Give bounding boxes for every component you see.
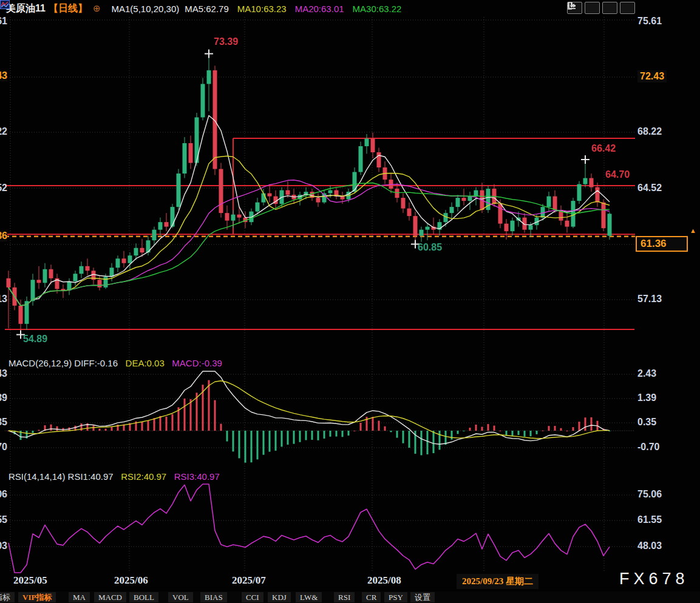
chart-toolbar [567, 2, 635, 14]
rsi2-label: RSI2:40.97 [121, 471, 166, 482]
tab-indicator-partial[interactable]: 指标 [0, 592, 15, 602]
price-annotation: 66.42 [591, 143, 616, 154]
chart-canvas[interactable] [0, 0, 700, 603]
current-price-badge: 61.36 [636, 236, 688, 252]
price-axis-label: 68.22 [637, 126, 662, 137]
bottom-tab-bar: 指标VIP指标MAMACDBOLLVOLBIASCCIKDJLW&RSICRPS… [0, 591, 700, 603]
tab-vol[interactable]: VOL [168, 592, 193, 602]
price-annotation: 73.39 [214, 36, 238, 47]
macd-axis-label: 2.43 [637, 368, 656, 379]
x-axis-label: 2025/08 [367, 574, 401, 587]
x-axis-label: 2025/05 [13, 574, 47, 587]
price-axis-label: 57.13 [637, 294, 662, 305]
price-axis-label-clipped: 75.61 [0, 16, 7, 27]
ma-values: MA5:62.79MA10:63.23MA20:63.01MA30:63.22 [185, 4, 401, 14]
macd-dea-label: DEA:0.03 [126, 358, 165, 368]
macd-axis-label-clipped: 0.35 [0, 417, 7, 428]
rsi-axis-label-clipped: 75.06 [0, 489, 7, 500]
rsi-axis-label: 48.03 [637, 541, 662, 551]
rsi-label-row: RSI(14,14,14) RSI1:40.97 RSI2:40.97 RSI3… [8, 471, 220, 482]
tab-macd[interactable]: MACD [94, 592, 126, 602]
rsi-axis-label-clipped: 61.55 [0, 514, 7, 525]
tab-cci[interactable]: CCI [242, 592, 263, 602]
tab-cr[interactable]: CR [362, 592, 381, 602]
tab-kdj[interactable]: KDJ [268, 592, 291, 602]
zoom-in-icon[interactable] [602, 2, 617, 14]
price-annotation: 64.70 [605, 169, 630, 180]
tab-psy[interactable]: PSY [384, 592, 407, 602]
rsi3-label: RSI3:40.97 [174, 471, 220, 482]
price-axis-label-clipped: 57.13 [0, 294, 7, 305]
price-axis-label: 72.43 [637, 70, 667, 83]
tab-ma[interactable]: MA [69, 592, 90, 602]
tab-lwa[interactable]: LW& [296, 592, 322, 602]
rsi1-label: RSI(14,14,14) RSI1:40.97 [8, 471, 114, 482]
tab-settings[interactable]: 设置 [410, 592, 435, 602]
macd-axis-label: 0.35 [637, 417, 656, 428]
ma-settings-label: MA1(5,10,20,30) [112, 4, 180, 14]
watermark: FX678 [619, 570, 689, 588]
price-axis-label: 64.52 [637, 183, 662, 194]
macd-diff-label: MACD(26,12,9) DIFF:-0.16 [8, 358, 118, 368]
price-axis-label-clipped: 61.36 [0, 231, 7, 241]
macd-label-row: MACD(26,12,9) DIFF:-0.16 DEA:0.03 MACD:-… [8, 358, 222, 368]
zoom-out-icon[interactable] [585, 2, 600, 14]
tab-vip-indicator[interactable]: VIP指标 [18, 592, 56, 602]
chart-app: 美原油11 【日线】 ⊕ MA1(5,10,20,30) MA5:62.79MA… [0, 0, 700, 603]
price-axis-label-clipped: 64.52 [0, 183, 7, 194]
price-up-arrow-icon: ▲ [690, 227, 696, 234]
macd-axis-label-clipped: 2.43 [0, 368, 7, 379]
tab-rsi[interactable]: RSI [334, 592, 355, 602]
tab-bias[interactable]: BIAS [200, 592, 227, 602]
x-axis-label: 2025/07 [232, 574, 266, 587]
price-annotation: 54.89 [23, 334, 47, 345]
ma-value-label: MA10:63.23 [237, 4, 287, 14]
expand-icon[interactable]: ⊕ [93, 3, 101, 14]
ma-value-label: MA5:62.79 [185, 4, 229, 14]
period-label: 【日线】 [49, 2, 87, 15]
macd-value-label: MACD:-0.39 [172, 358, 222, 368]
price-axis-label-clipped: 72.43 [0, 70, 7, 81]
rsi-axis-label-clipped: 48.03 [0, 541, 7, 551]
x-axis-label: 2025/06 [114, 574, 148, 587]
exit-icon[interactable] [620, 2, 635, 14]
current-date-label: 2025/09/23 星期二 [457, 574, 539, 589]
macd-axis-label: -0.70 [637, 442, 659, 453]
macd-axis-label: 1.39 [637, 392, 656, 403]
price-axis-label: 75.61 [637, 16, 662, 27]
macd-axis-label-clipped: 1.39 [0, 392, 7, 403]
macd-axis-label-clipped: -0.70 [0, 442, 7, 453]
rsi-axis-label: 61.55 [637, 514, 662, 525]
symbol-title: 美原油11 [6, 2, 46, 15]
price-annotation: 60.85 [418, 242, 442, 253]
rsi-axis-label: 75.06 [637, 489, 662, 500]
ma-value-label: MA30:63.22 [353, 4, 402, 14]
ma-value-label: MA20:63.01 [295, 4, 344, 14]
price-axis-label-clipped: 68.22 [0, 126, 7, 137]
tab-boll[interactable]: BOLL [129, 592, 158, 602]
